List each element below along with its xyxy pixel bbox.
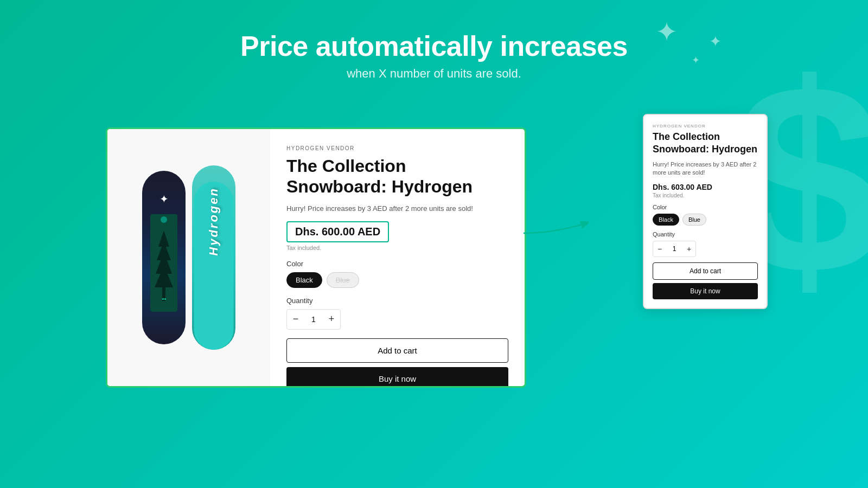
mini-color-label: Color <box>653 204 758 210</box>
qty-value: 1 <box>304 315 323 324</box>
mini-quantity-label: Quantity <box>653 231 758 237</box>
product-title: The Collection Snowboard: Hydrogen <box>286 156 508 197</box>
mini-color-blue-btn[interactable]: Blue <box>682 214 706 226</box>
product-price: Dhs. 600.00 AED <box>295 226 380 237</box>
qty-decrease-btn[interactable]: − <box>287 310 304 329</box>
svg-point-6 <box>161 216 167 223</box>
color-options: Black Blue <box>286 272 508 288</box>
add-to-cart-button[interactable]: Add to cart <box>286 338 508 363</box>
page-subtitle: when X number of units are sold. <box>0 67 868 81</box>
color-label: Color <box>286 260 508 268</box>
snowboard-images: Hydrogen <box>142 165 235 350</box>
color-blue-btn[interactable]: Blue <box>327 272 359 288</box>
buy-it-now-button[interactable]: Buy it now <box>286 367 508 386</box>
connecting-arrow <box>524 211 589 244</box>
svg-rect-8 <box>164 298 166 300</box>
mini-hurry-message: Hurry! Price increases by 3 AED after 2 … <box>653 160 758 177</box>
header: Price automatically increases when X num… <box>0 0 868 81</box>
vendor-label: HYDROGEN VENDOR <box>286 145 508 151</box>
product-image-area: Hydrogen <box>107 129 270 386</box>
mini-product-title: The Collection Snowboard: Hydrogen <box>653 131 758 156</box>
board-text: Hydrogen <box>207 187 221 256</box>
qty-increase-btn[interactable]: + <box>323 310 340 329</box>
quantity-label: Quantity <box>286 297 508 305</box>
mini-add-to-cart-button[interactable]: Add to cart <box>653 262 758 280</box>
hurry-message: Hurry! Price increases by 3 AED after 2 … <box>286 204 508 214</box>
tax-label: Tax included. <box>286 245 508 251</box>
svg-rect-7 <box>162 298 164 300</box>
mini-qty-increase-btn[interactable]: + <box>682 241 695 256</box>
mini-buy-it-now-button[interactable]: Buy it now <box>653 283 758 299</box>
mini-qty-decrease-btn[interactable]: − <box>653 241 666 256</box>
color-black-btn[interactable]: Black <box>286 272 322 288</box>
mini-product-card: HYDROGEN VENDOR The Collection Snowboard… <box>643 114 768 309</box>
product-details: HYDROGEN VENDOR The Collection Snowboard… <box>270 129 525 386</box>
mini-qty-value: 1 <box>666 245 682 253</box>
mini-vendor-label: HYDROGEN VENDOR <box>653 124 758 129</box>
dark-snowboard <box>142 171 186 344</box>
mini-color-options: Black Blue <box>653 214 758 226</box>
teal-snowboard: Hydrogen <box>192 165 235 350</box>
mini-tax-label: Tax included. <box>653 192 758 198</box>
quantity-control: − 1 + <box>286 309 341 330</box>
main-product-card: Hydrogen HYDROGEN VENDOR The Collection … <box>106 127 526 388</box>
price-box: Dhs. 600.00 AED <box>286 221 389 242</box>
page-title: Price automatically increases <box>0 30 868 62</box>
mini-color-black-btn[interactable]: Black <box>653 214 679 226</box>
mini-quantity-control: − 1 + <box>653 241 696 257</box>
dark-board-svg <box>150 214 177 312</box>
mini-product-price: Dhs. 603.00 AED <box>653 183 758 191</box>
dark-board-design <box>150 214 177 312</box>
